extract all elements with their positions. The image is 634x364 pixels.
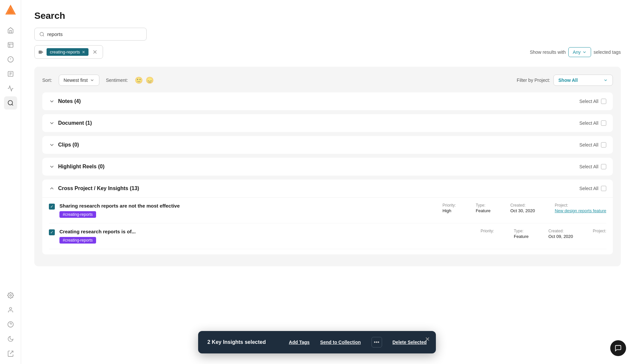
project-value[interactable]: New design reports feature: [555, 208, 606, 213]
sentiment-icons: 🙂 😞: [135, 76, 154, 84]
cross-project-content: Sharing research reports are not the mos…: [42, 197, 613, 254]
section-notes-title: Notes (4): [58, 98, 81, 104]
chat-bubble[interactable]: [610, 340, 626, 356]
sidebar-item-notes[interactable]: [4, 38, 17, 51]
insight-2-type: Type: Feature: [514, 229, 529, 239]
tag-filter-right: Show results with Any selected tags: [530, 47, 621, 57]
sidebar-item-insights[interactable]: [4, 53, 17, 66]
svg-line-13: [12, 104, 13, 106]
insight-2-project: Project:: [593, 229, 606, 239]
project-dropdown[interactable]: Show All: [553, 75, 613, 86]
sidebar-item-settings[interactable]: [4, 289, 17, 302]
type-label: Type:: [476, 203, 491, 208]
clips-select-all[interactable]: Select All: [579, 142, 606, 148]
insight-1-body: Sharing research reports are not the mos…: [59, 203, 438, 218]
negative-sentiment-icon[interactable]: 😞: [146, 76, 154, 84]
chevron-down-icon: [582, 50, 587, 54]
sidebar-item-search[interactable]: [4, 96, 17, 110]
more-options-button[interactable]: •••: [371, 337, 382, 347]
tag-filter-container[interactable]: creating-reports ✕ ✕: [34, 45, 103, 59]
page-title: Search: [34, 11, 621, 21]
cross-project-chevron-icon: [49, 185, 55, 191]
action-bar-title: 2 Key Insights selected: [207, 339, 278, 345]
document-select-checkbox[interactable]: [601, 120, 606, 126]
insight-1-type: Type: Feature: [476, 203, 491, 213]
sentiment-label: Sentiment:: [106, 78, 128, 83]
filter-label: Filter by Project:: [517, 78, 550, 83]
clips-chevron-icon: [49, 142, 55, 148]
main-content: Search reports creating-reports ✕ ✕ Show…: [21, 0, 634, 364]
created-value-2: Oct 09, 2020: [548, 234, 573, 239]
sidebar-item-share[interactable]: [4, 347, 17, 360]
notes-select-checkbox[interactable]: [601, 99, 606, 104]
type-label-2: Type:: [514, 229, 529, 233]
section-highlight-header[interactable]: Highlight Reels (0) Select All: [42, 158, 613, 176]
highlight-chevron-icon: [49, 164, 55, 170]
created-label: Created:: [510, 203, 535, 208]
section-clips-left: Clips (0): [49, 142, 79, 148]
section-highlight-title: Highlight Reels (0): [58, 164, 104, 170]
section-notes-header[interactable]: Notes (4) Select All: [42, 92, 613, 110]
app-logo[interactable]: [5, 4, 17, 17]
highlight-select-checkbox[interactable]: [601, 164, 606, 169]
section-clips: Clips (0) Select All: [42, 136, 613, 154]
type-value-2: Feature: [514, 234, 529, 239]
cross-project-select-checkbox[interactable]: [601, 186, 606, 191]
insight-1-meta: Priority: High Type: Feature Created: Oc…: [442, 203, 606, 213]
insight-2-created: Created: Oct 09, 2020: [548, 229, 573, 239]
notes-chevron-icon: [49, 98, 55, 104]
sidebar-item-help[interactable]: [4, 318, 17, 331]
tag-chip-label: creating-reports: [50, 50, 80, 54]
insight-1-project: Project: New design reports feature: [555, 203, 606, 213]
notes-select-all[interactable]: Select All: [579, 99, 606, 104]
section-cross-project-header[interactable]: Cross Project / Key Insights (13) Select…: [42, 180, 613, 197]
insight-1-priority: Priority: High: [442, 203, 456, 213]
svg-point-12: [8, 101, 12, 105]
tag-chip-close-button[interactable]: ✕: [82, 50, 85, 54]
document-select-all[interactable]: Select All: [579, 120, 606, 126]
sidebar-item-account[interactable]: [4, 303, 17, 316]
insight-2-title: Creating research reports is of...: [59, 229, 476, 234]
sort-filter-bar: Sort: Newest first Sentiment: 🙂 😞 Filter…: [42, 75, 613, 86]
search-bar[interactable]: reports: [34, 28, 147, 41]
tag-filter-clear-button[interactable]: ✕: [91, 49, 99, 56]
section-document-header[interactable]: Document (1) Select All: [42, 114, 613, 132]
sort-dropdown[interactable]: Newest first: [59, 75, 99, 86]
action-bar-close-button[interactable]: ✕: [425, 336, 430, 343]
priority-value: High: [442, 208, 456, 213]
clips-select-checkbox[interactable]: [601, 142, 606, 148]
highlight-select-all[interactable]: Select All: [579, 164, 606, 169]
delete-selected-button[interactable]: Delete Selected: [393, 340, 427, 345]
tag-chip[interactable]: creating-reports ✕: [47, 48, 88, 56]
any-dropdown[interactable]: Any: [568, 47, 591, 57]
tag-filter-row: creating-reports ✕ ✕ Show results with A…: [34, 45, 621, 59]
sidebar-item-moon[interactable]: [4, 332, 17, 346]
chat-icon: [615, 345, 622, 352]
sidebar-item-documents[interactable]: [4, 67, 17, 81]
search-input[interactable]: reports: [47, 31, 142, 37]
section-clips-header[interactable]: Clips (0) Select All: [42, 136, 613, 154]
add-tags-button[interactable]: Add Tags: [289, 340, 310, 345]
svg-point-14: [10, 295, 11, 296]
insight-2-meta: Priority: Type: Feature Created: Oct 09,…: [480, 229, 606, 239]
document-select-all-label: Select All: [579, 120, 598, 126]
section-cross-project-title: Cross Project / Key Insights (13): [58, 185, 139, 191]
send-to-collection-button[interactable]: Send to Collection: [320, 340, 361, 345]
section-cross-project: Cross Project / Key Insights (13) Select…: [42, 180, 613, 254]
action-bar: 2 Key Insights selected Add Tags Send to…: [198, 331, 436, 353]
project-chevron-icon: [603, 78, 608, 83]
svg-line-19: [43, 35, 44, 36]
sidebar-item-activity[interactable]: [4, 82, 17, 95]
sidebar-item-home[interactable]: [4, 24, 17, 37]
priority-label-2: Priority:: [480, 229, 494, 233]
insight-1-checkbox[interactable]: [49, 204, 55, 210]
project-dropdown-value: Show All: [558, 78, 578, 83]
notes-select-all-label: Select All: [579, 99, 598, 104]
svg-marker-21: [42, 51, 44, 53]
sort-chevron-icon: [90, 78, 94, 83]
insight-2-checkbox[interactable]: [49, 229, 55, 235]
insight-item-1: Sharing research reports are not the mos…: [49, 198, 606, 223]
positive-sentiment-icon[interactable]: 🙂: [135, 76, 143, 84]
sort-label: Sort:: [42, 78, 52, 83]
cross-project-select-all[interactable]: Select All: [579, 186, 606, 191]
